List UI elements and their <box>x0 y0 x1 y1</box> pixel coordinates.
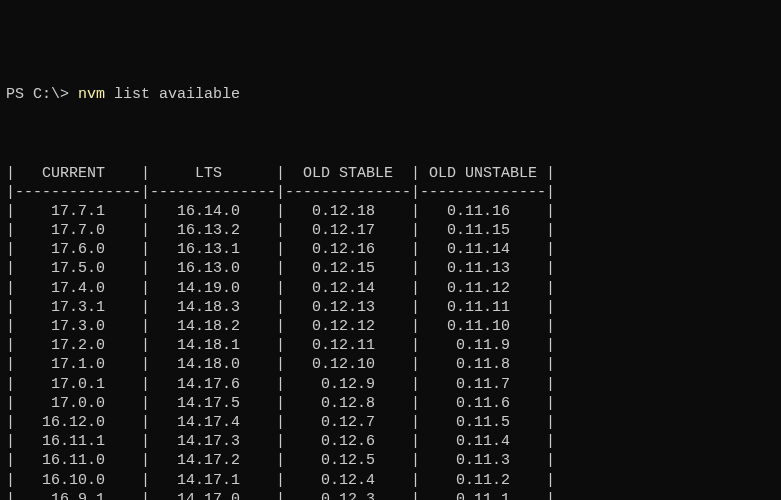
table-row: | 17.3.1 | 14.18.3 | 0.12.13 | 0.11.11 | <box>6 298 775 317</box>
table-row: | 17.0.1 | 14.17.6 | 0.12.9 | 0.11.7 | <box>6 375 775 394</box>
table-output: | CURRENT | LTS | OLD STABLE | OLD UNSTA… <box>6 164 775 501</box>
table-row: | 16.9.1 | 14.17.0 | 0.12.3 | 0.11.1 | <box>6 490 775 500</box>
table-row: | 17.6.0 | 16.13.1 | 0.12.16 | 0.11.14 | <box>6 240 775 259</box>
table-row: | 17.1.0 | 14.18.0 | 0.12.10 | 0.11.8 | <box>6 355 775 374</box>
table-row: | 16.10.0 | 14.17.1 | 0.12.4 | 0.11.2 | <box>6 471 775 490</box>
table-row: | 16.11.1 | 14.17.3 | 0.12.6 | 0.11.4 | <box>6 432 775 451</box>
table-row: |--------------|--------------|---------… <box>6 183 775 202</box>
table-row: | 16.12.0 | 14.17.4 | 0.12.7 | 0.11.5 | <box>6 413 775 432</box>
prompt-line: PS C:\> nvm list available <box>6 85 775 104</box>
table-row: | 17.7.0 | 16.13.2 | 0.12.17 | 0.11.15 | <box>6 221 775 240</box>
table-row: | 17.2.0 | 14.18.1 | 0.12.11 | 0.11.9 | <box>6 336 775 355</box>
command-name: nvm <box>78 86 105 103</box>
table-row: | 17.3.0 | 14.18.2 | 0.12.12 | 0.11.10 | <box>6 317 775 336</box>
blank-line <box>6 125 775 144</box>
table-row: | 17.7.1 | 16.14.0 | 0.12.18 | 0.11.16 | <box>6 202 775 221</box>
table-row: | 17.5.0 | 16.13.0 | 0.12.15 | 0.11.13 | <box>6 259 775 278</box>
table-row: | 17.4.0 | 14.19.0 | 0.12.14 | 0.11.12 | <box>6 279 775 298</box>
command-args: list available <box>105 86 240 103</box>
table-row: | 17.0.0 | 14.17.5 | 0.12.8 | 0.11.6 | <box>6 394 775 413</box>
table-row: | 16.11.0 | 14.17.2 | 0.12.5 | 0.11.3 | <box>6 451 775 470</box>
prompt-prefix: PS C:\> <box>6 86 78 103</box>
table-row: | CURRENT | LTS | OLD STABLE | OLD UNSTA… <box>6 164 775 183</box>
